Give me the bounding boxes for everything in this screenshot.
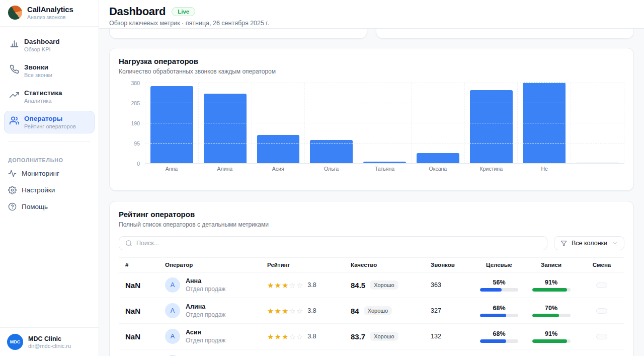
records-progress-track	[532, 314, 571, 317]
sidebar-item-calls[interactable]: Звонки Все звонки	[4, 59, 95, 82]
target-progress-fill	[480, 314, 506, 317]
content-area: Нагрузка операторов Количество обработан…	[99, 29, 644, 356]
app-window: CallAnalytics Анализ звонков Dashboard О…	[0, 0, 644, 356]
target-progress-track	[480, 288, 518, 292]
y-axis-tick-label: 380	[131, 80, 140, 86]
records-progress-fill	[532, 288, 567, 292]
app-subtitle: Анализ звонков	[27, 14, 73, 20]
page-title: Dashboard	[109, 5, 166, 18]
sidebar-item-label: Dashboard	[24, 38, 60, 45]
filter-icon	[560, 240, 567, 247]
rank-cell: NaN	[119, 281, 165, 290]
chart-bar-slot	[518, 83, 571, 164]
star-filled-icon: ★	[274, 332, 281, 341]
target-progress-cell: 68%	[475, 330, 523, 343]
rating-value: 3.8	[307, 333, 316, 340]
chart-bar[interactable]	[204, 94, 247, 164]
operator-name: Асия	[186, 329, 225, 336]
star-rating: ★★★☆☆	[267, 281, 303, 289]
chart-bar[interactable]	[257, 135, 300, 164]
column-header-quality: Качество	[351, 262, 431, 268]
x-axis-category-label: Оксана	[411, 166, 464, 172]
users-icon	[10, 116, 19, 125]
records-percent: 91%	[545, 279, 557, 286]
table-row[interactable]: NaNААннаОтдел продаж★★★☆☆3.884.5Хорошо36…	[119, 272, 624, 298]
x-axis-category-label: Ольга	[305, 166, 358, 172]
star-filled-icon: ★	[282, 332, 289, 341]
records-progress-cell: 91%	[523, 279, 579, 292]
shift-toggle[interactable]	[596, 308, 607, 314]
operator-avatar: А	[165, 303, 180, 318]
x-axis-category-label	[571, 166, 624, 172]
sidebar-item-operators[interactable]: Операторы Рейтинг операторов	[4, 111, 95, 133]
chart-bar-slot	[465, 83, 518, 164]
quality-score: 84.5	[351, 281, 365, 290]
operator-name-block: АлинаОтдел продаж	[186, 303, 225, 318]
sidebar-item-help[interactable]: Помощь	[8, 198, 91, 215]
app-title: CallAnalytics	[27, 5, 73, 14]
quality-score: 83.7	[351, 332, 365, 341]
account-footer[interactable]: MDC MDC Clinic dir@mdc-clinic.ru	[0, 327, 99, 356]
sidebar-item-settings[interactable]: Настройки	[8, 182, 91, 198]
column-header-records: Записи	[523, 262, 579, 268]
page-header: Dashboard Live Обзор ключевых метрик · п…	[99, 0, 644, 29]
star-empty-icon: ☆	[289, 332, 296, 341]
live-badge: Live	[172, 7, 195, 16]
chart-bar[interactable]	[470, 90, 513, 164]
chart-bar-slot	[145, 83, 199, 164]
operator-department: Отдел продаж	[186, 337, 225, 344]
star-filled-icon: ★	[282, 281, 289, 290]
chart-bar-slot	[412, 83, 465, 164]
operator-cell: ААсияОтдел продаж	[165, 329, 267, 344]
operator-department: Отдел продаж	[186, 311, 225, 318]
column-header-target: Целевые	[475, 262, 523, 268]
shift-toggle[interactable]	[596, 334, 607, 339]
gridline	[145, 163, 624, 164]
star-empty-icon: ☆	[289, 307, 296, 315]
operator-load-card: Нагрузка операторов Количество обработан…	[109, 48, 634, 191]
chart-bar[interactable]	[417, 153, 459, 164]
chart-bar-slot	[305, 83, 358, 164]
table-row[interactable]: NaNААсияОтдел продаж★★★☆☆3.883.7Хорошо13…	[119, 324, 624, 349]
app-logo: CallAnalytics Анализ звонков	[0, 0, 99, 26]
bar-chart-icon	[10, 39, 19, 48]
sidebar-item-sublabel: Обзор KPI	[24, 46, 60, 52]
table-row-partial[interactable]	[119, 349, 624, 356]
operator-name: Анна	[186, 277, 225, 284]
x-axis-category-label: Татьяна	[358, 166, 412, 172]
operator-load-bar-chart: 095190285380 АннаАлинаАсияОльгаТатьянаОк…	[119, 83, 624, 172]
x-axis-category-label: Анна	[145, 166, 198, 172]
table-body: NaNААннаОтдел продаж★★★☆☆3.884.5Хорошо36…	[119, 272, 624, 349]
sidebar-item-label: Мониторинг	[22, 170, 59, 177]
y-axis-tick-label: 95	[134, 140, 140, 147]
chart-bar-slot	[199, 83, 252, 164]
operator-cell: ААннаОтдел продаж	[165, 277, 267, 293]
search-input[interactable]	[136, 240, 541, 247]
star-filled-icon: ★	[274, 307, 281, 315]
chart-bar[interactable]	[150, 86, 193, 164]
chart-subtitle: Количество обработанных звонков каждым о…	[119, 68, 624, 75]
x-axis-category-label: Алина	[198, 166, 252, 172]
calls-count: 132	[431, 333, 475, 340]
table-row[interactable]: NaNААлинаОтдел продаж★★★☆☆3.884Хорошо327…	[119, 298, 624, 324]
star-rating: ★★★☆☆	[267, 333, 303, 340]
rating-cell: ★★★☆☆3.8	[267, 333, 351, 340]
records-progress-track	[532, 339, 571, 343]
chart-y-axis: 095190285380	[119, 83, 145, 164]
shift-toggle[interactable]	[596, 282, 607, 288]
columns-filter-button[interactable]: Все колонки	[554, 236, 624, 250]
app-logo-icon	[8, 6, 22, 20]
sidebar-item-monitoring[interactable]: Мониторинг	[8, 165, 91, 182]
operator-avatar: А	[165, 329, 180, 344]
clipped-card	[376, 29, 634, 39]
search-box[interactable]	[119, 236, 547, 250]
operator-cell: ААлинаОтдел продаж	[165, 303, 267, 318]
column-header-shift: Смена	[579, 262, 624, 268]
target-percent: 56%	[493, 279, 505, 286]
records-progress-cell: 70%	[523, 305, 579, 317]
target-progress-track	[480, 339, 518, 343]
sidebar-item-dashboard[interactable]: Dashboard Обзор KPI	[4, 34, 95, 56]
sidebar-item-statistics[interactable]: Статистика Аналитика	[4, 85, 95, 108]
rank-cell: NaN	[119, 307, 165, 315]
section-label: ДОПОЛНИТЕЛЬНО	[8, 157, 91, 163]
